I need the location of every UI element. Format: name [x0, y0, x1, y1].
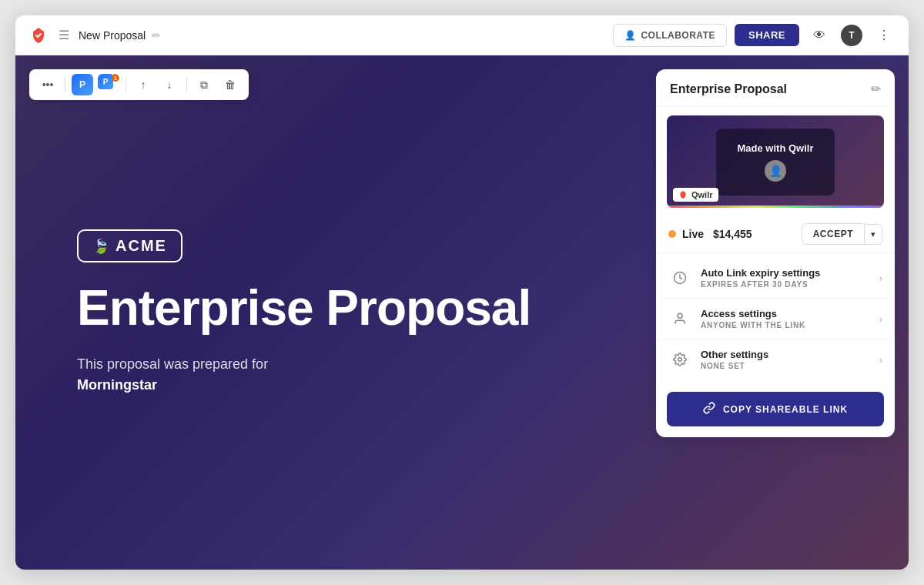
delete-button[interactable]: 🗑 [219, 74, 241, 95]
person-icon [668, 307, 691, 330]
floating-toolbar: ••• P P 1 ↑ [29, 69, 249, 100]
link-icon [703, 402, 715, 416]
auto-link-text: Auto Link expiry settings EXPIRES AFTER … [701, 267, 870, 289]
acme-badge: 🍃 ACME [77, 229, 182, 262]
collaborate-button[interactable]: 👤 COLLABORATE [613, 24, 727, 47]
svg-point-1 [678, 313, 682, 318]
other-label: Other settings [701, 349, 870, 360]
title-edit-icon[interactable]: ✏ [152, 29, 161, 42]
live-label: Live [682, 228, 704, 240]
leaf-icon: 🍃 [92, 238, 109, 255]
collaborate-icon: 👤 [624, 30, 637, 41]
document-subtext: This proposal was prepared for Morningst… [77, 354, 268, 396]
copy-shareable-link-button[interactable]: COPY SHAREABLE LINK [667, 392, 884, 426]
live-indicator-dot [668, 230, 676, 238]
thumbnail-avatar: 👤 [765, 160, 786, 182]
access-label: Access settings [701, 308, 870, 319]
qwilr-logo-icon [678, 190, 688, 199]
thumbnail-text: Made with Qwilr [738, 142, 814, 154]
auto-link-expiry-item[interactable]: Auto Link expiry settings EXPIRES AFTER … [656, 258, 895, 299]
status-live-area: Live $14,455 [668, 228, 752, 240]
document-title-area: New Proposal ✏ [79, 29, 604, 42]
qwilr-label: Qwilr [691, 190, 713, 199]
browser-chrome: ☰ New Proposal ✏ 👤 COLLABORATE SHARE 👁 T… [15, 15, 909, 570]
other-text: Other settings NONE SET [701, 349, 870, 370]
badge-count: 1 [114, 75, 117, 81]
chevron-down-icon: ▾ [871, 229, 875, 239]
move-up-button[interactable]: ↑ [132, 74, 154, 95]
subtext-company: Morningstar [77, 377, 157, 393]
access-chevron-icon: › [879, 313, 882, 325]
document-title: New Proposal [79, 29, 146, 42]
collaborate-label: COLLABORATE [641, 30, 715, 41]
user-avatar-icon: T [841, 25, 862, 46]
other-sublabel: NONE SET [701, 362, 870, 370]
avatar-icon: 👤 [769, 165, 782, 177]
access-text: Access settings ANYONE WITH THE LINK [701, 308, 870, 329]
user-avatar-button[interactable]: T [839, 23, 864, 48]
auto-link-label: Auto Link expiry settings [701, 267, 870, 279]
other-settings-item[interactable]: Other settings NONE SET › [656, 339, 895, 379]
more-icon: ••• [42, 79, 54, 91]
accept-group: ACCEPT ▾ [802, 223, 882, 245]
toolbar-divider-3 [186, 77, 187, 92]
access-sublabel: ANYONE WITH THE LINK [701, 321, 870, 329]
toolbar-divider-2 [126, 77, 126, 92]
share-side-panel: Enterprise Proposal ✏ Made with Qwilr 👤 … [656, 69, 895, 437]
copy-link-label: COPY SHAREABLE LINK [723, 404, 848, 415]
p-label: P [79, 79, 85, 90]
toolbar-more-button[interactable]: ••• [37, 74, 59, 95]
up-arrow-icon: ↑ [141, 79, 146, 91]
topbar-right: 👤 COLLABORATE SHARE 👁 T ⋮ [613, 23, 896, 48]
duplicate-icon: ⧉ [200, 79, 208, 92]
down-arrow-icon: ↓ [167, 79, 172, 91]
subtext-line1: This proposal was prepared for [77, 356, 268, 372]
main-area: ••• P P 1 ↑ [15, 55, 909, 570]
doc-icon: ☰ [59, 28, 69, 42]
share-button[interactable]: SHARE [735, 24, 799, 46]
clock-icon [668, 266, 691, 289]
panel-header: Enterprise Proposal ✏ [656, 69, 895, 106]
block-type-icon-p[interactable]: P [72, 74, 93, 95]
block-type-icon-badge[interactable]: P 1 [98, 74, 119, 95]
svg-point-2 [678, 358, 682, 362]
more-options-button[interactable]: ⋮ [872, 23, 896, 48]
toolbar-divider-1 [65, 77, 65, 92]
accept-button[interactable]: ACCEPT [802, 223, 865, 245]
trash-icon: 🗑 [225, 79, 236, 91]
app-logo [28, 25, 49, 46]
status-row: Live $14,455 ACCEPT ▾ [656, 216, 895, 253]
topbar: ☰ New Proposal ✏ 👤 COLLABORATE SHARE 👁 T… [15, 15, 909, 55]
badge-label: P [103, 78, 109, 86]
document-heading: Enterprise Proposal [77, 281, 531, 335]
thumbnail-content: Made with Qwilr 👤 [716, 129, 835, 196]
gear-icon [668, 348, 691, 371]
move-down-button[interactable]: ↓ [159, 74, 180, 95]
acme-text: ACME [116, 237, 167, 255]
auto-link-chevron-icon: › [879, 272, 882, 284]
auto-link-sublabel: EXPIRES AFTER 30 DAYS [701, 280, 870, 289]
panel-edit-icon[interactable]: ✏ [871, 82, 881, 96]
preview-button[interactable]: 👁 [807, 23, 832, 48]
panel-thumbnail: Made with Qwilr 👤 Qwilr [667, 115, 884, 208]
settings-list: Auto Link expiry settings EXPIRES AFTER … [656, 253, 895, 384]
panel-title: Enterprise Proposal [670, 82, 787, 96]
qwilr-badge: Qwilr [673, 188, 718, 202]
accept-dropdown-button[interactable]: ▾ [865, 224, 882, 245]
thumbnail-rainbow-bar [667, 206, 884, 208]
live-price: $14,455 [713, 228, 752, 240]
access-settings-item[interactable]: Access settings ANYONE WITH THE LINK › [656, 299, 895, 339]
other-chevron-icon: › [879, 354, 882, 366]
duplicate-button[interactable]: ⧉ [193, 74, 215, 95]
